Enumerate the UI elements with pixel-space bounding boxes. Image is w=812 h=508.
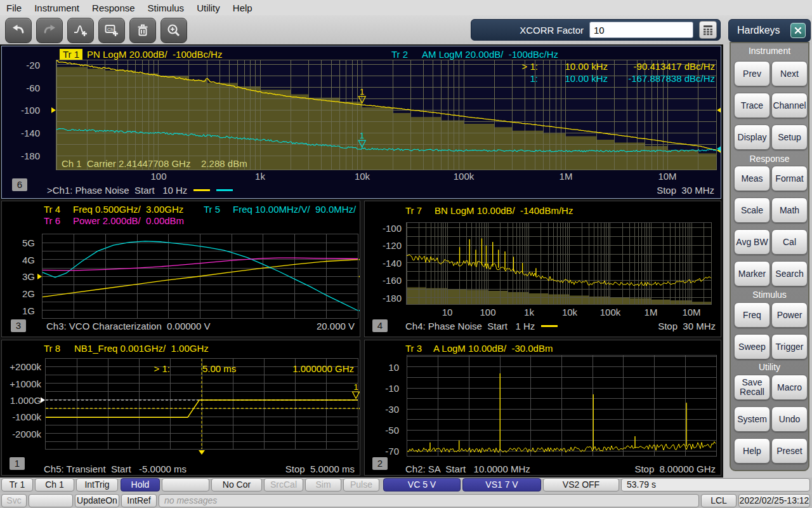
status-update[interactable]: UpdateOn (75, 494, 119, 507)
status-channel[interactable]: Ch 1 (35, 478, 74, 491)
panel-number-badge: 1 (10, 457, 25, 470)
zoom-button[interactable] (160, 18, 187, 43)
status-empty-1[interactable] (162, 478, 209, 491)
trace8-tag[interactable]: Tr 8 (44, 343, 60, 354)
hardkey-freq[interactable]: Freq (734, 302, 770, 328)
vco-plot[interactable] (42, 234, 358, 319)
y-tick: 3G (8, 271, 35, 282)
menu-instrument[interactable]: Instrument (34, 3, 79, 13)
status-vs2[interactable]: VS2 OFF (543, 478, 619, 491)
footer-text: >Ch1: Phase Noise Start 10 Hz (47, 185, 187, 196)
xcorr-factor-input[interactable] (589, 22, 693, 38)
hardkey-preset[interactable]: Preset (771, 438, 808, 464)
hardkey-format[interactable]: Format (771, 166, 808, 191)
menu-response[interactable]: Response (92, 3, 135, 13)
transient-footer-right: Stop 5.0000 ms (285, 464, 355, 474)
hardkey-save-recall[interactable]: Save Recall (734, 375, 770, 400)
hardkey-channel[interactable]: Channel (771, 93, 808, 118)
menu-bar: File Instrument Response Stimulus Utilit… (0, 0, 812, 15)
status-hold[interactable]: Hold (121, 478, 160, 491)
svg-text:1: 1 (360, 87, 364, 97)
hardkey-help[interactable]: Help (734, 438, 770, 464)
x-tick: 1k (507, 307, 551, 318)
hardkey-math[interactable]: Math (771, 197, 808, 223)
x-tick: 10 (425, 307, 469, 318)
menu-file[interactable]: File (6, 3, 22, 13)
hardkey-meas[interactable]: Meas (734, 166, 770, 191)
trace7-legend-dash (541, 325, 558, 327)
sa-footer-left: Ch2: SA Start 10.0000 MHz (405, 464, 530, 474)
delete-button[interactable] (129, 18, 156, 43)
status-ref[interactable]: IntRef (121, 494, 157, 507)
svg-text:1: 1 (360, 131, 364, 140)
vco-footer-right: 20.000 V (317, 321, 355, 331)
undo-button[interactable] (5, 18, 32, 43)
menu-help[interactable]: Help (233, 3, 252, 13)
hardkey-macro[interactable]: Macro (771, 375, 808, 400)
status-no-cor[interactable]: No Cor (211, 478, 262, 491)
hardkey-trace[interactable]: Trace (734, 93, 770, 118)
hardkey-cal[interactable]: Cal (771, 229, 808, 255)
hardkey-next[interactable]: Next (771, 61, 808, 86)
keypad-button[interactable] (699, 21, 717, 39)
status-vs1[interactable]: VS1 7 V (462, 478, 541, 491)
y-tick: -2000k (3, 429, 41, 439)
y-tick: -20 (15, 60, 40, 70)
status-trigger-source[interactable]: IntTrig (76, 478, 118, 491)
hardkey-avg-bw[interactable]: Avg BW (734, 229, 770, 255)
close-icon[interactable] (790, 23, 806, 38)
hardkey-undo[interactable]: Undo (771, 406, 808, 432)
section-label-utility: Utility (731, 362, 808, 372)
hardkey-power[interactable]: Power (771, 302, 808, 328)
trace4-tag[interactable]: Tr 4 (44, 204, 60, 215)
hardkey-scale[interactable]: Scale (734, 197, 770, 223)
x-tick: 1M (540, 171, 591, 182)
trace2-tag[interactable]: Tr 2 (391, 49, 408, 60)
trace7-tag[interactable]: Tr 7 (405, 205, 422, 216)
trace1-tag[interactable]: Tr 1 (60, 49, 82, 60)
hardkeys-header: Hardkeys (728, 19, 811, 42)
panel-number-badge: 2 (372, 457, 388, 470)
status-lcl[interactable]: LCL (701, 494, 737, 507)
hardkey-sweep[interactable]: Sweep (734, 334, 770, 359)
status-empty-2[interactable] (29, 494, 73, 507)
menu-utility[interactable]: Utility (197, 3, 220, 13)
hardkeys-panel: Instrument Prev Next Trace Channel Displ… (730, 42, 809, 471)
trace6-tag[interactable]: Tr 6 (44, 215, 60, 226)
xcorr-factor-label: XCORR Factor (520, 25, 584, 36)
trace5-tag[interactable]: Tr 5 (204, 204, 220, 215)
hardkey-marker[interactable]: Marker (734, 261, 770, 286)
hardkey-trigger[interactable]: Trigger (771, 334, 808, 359)
y-tick: -100 (369, 223, 402, 234)
hardkey-display[interactable]: Display (734, 124, 770, 150)
x-tick: 100k (438, 171, 489, 182)
menu-stimulus[interactable]: Stimulus (148, 3, 185, 13)
status-trace[interactable]: Tr 1 (1, 478, 33, 491)
trace3-title: A LogM 10.00dB/ -30.0dBm (433, 343, 553, 354)
hardkey-prev[interactable]: Prev (734, 61, 770, 86)
redo-button[interactable] (36, 18, 63, 43)
panel-transient-ch5[interactable]: Tr 8 NB1_Freq 0.001GHz/ 1.00GHz 1 > 1: 5… (1, 340, 360, 476)
hardkey-setup[interactable]: Setup (771, 124, 808, 150)
sa-plot[interactable] (407, 355, 717, 457)
panel-phase-noise-ch4[interactable]: Tr 7 BN LogM 10.00dB/ -140dBm/Hz -100 -1… (364, 201, 721, 337)
panel-sa-ch2[interactable]: Tr 3 A LogM 10.00dB/ -30.0dBm 10 -10 -30… (364, 340, 721, 476)
panel-vco-ch3[interactable]: Tr 4 Freq 0.500GHz/ 3.00GHz Tr 5 Freq 10… (1, 201, 360, 337)
section-label-instrument: Instrument (731, 46, 808, 56)
add-channel-icon: Ch (104, 23, 119, 38)
status-bar-2: Svc UpdateOn IntRef no messages LCL 2022… (0, 493, 812, 508)
trace3-tag[interactable]: Tr 3 (405, 343, 422, 354)
add-trace-button[interactable] (67, 18, 94, 43)
y-tick: +2000k (3, 361, 41, 372)
panel-phase-noise-ch1[interactable]: Tr 1 PN LogM 20.00dB/ -100dBc/Hz Tr 2 AM… (1, 46, 721, 199)
add-channel-button[interactable]: Ch (98, 18, 125, 43)
status-vc[interactable]: VC 5 V (383, 478, 461, 491)
add-trace-icon (73, 23, 88, 38)
y-tick: 5G (8, 237, 35, 248)
hardkey-system[interactable]: System (734, 406, 770, 432)
bn-plot[interactable] (406, 222, 712, 305)
trace6-title: Power 2.000dB/ 0.00dBm (73, 215, 184, 226)
hardkey-search[interactable]: Search (771, 261, 808, 286)
vco-plot-canvas (43, 234, 358, 318)
x-tick: 10M (669, 307, 714, 318)
